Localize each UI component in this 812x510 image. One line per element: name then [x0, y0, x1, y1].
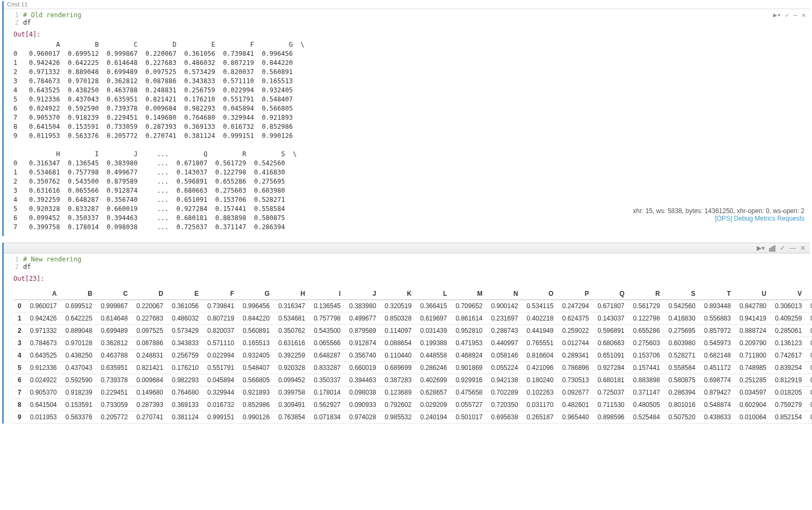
code-editor[interactable]: ▶▾ ✓ — ✕ 1# Old rendering2df [4, 9, 810, 28]
code-line[interactable]: df [23, 263, 31, 271]
table-cell: 0.247294 [558, 300, 593, 312]
debug-link[interactable]: [OPS] [715, 215, 732, 222]
table-cell: 0.402218 [523, 312, 558, 325]
table-cell: 0.578734 [806, 349, 812, 362]
column-header: M [451, 288, 487, 300]
table-cell: 0.099452 [274, 374, 309, 387]
run-button[interactable]: ▶▾ [757, 244, 765, 252]
table-cell: 0.136123 [771, 337, 806, 349]
chart-icon[interactable] [769, 244, 775, 252]
table-cell: 0.709652 [451, 300, 487, 312]
table-row: 00.9600170.6995120.9998670.2200670.36105… [13, 300, 812, 312]
table-cell: 0.905370 [26, 387, 61, 399]
debug-link[interactable]: Metrics [755, 215, 775, 222]
table-cell: 0.143037 [593, 312, 629, 325]
table-cell: 0.029209 [416, 399, 451, 411]
table-cell: 0.659560 [806, 325, 812, 337]
table-cell: 0.362812 [97, 337, 132, 349]
table-cell: 0.952810 [451, 325, 487, 337]
notebook-cell-1: Cmd 11 ▶▾ ✓ — ✕ 1# Old rendering2df Out[… [2, 1, 810, 236]
column-header: A [26, 288, 61, 300]
column-header: D [132, 288, 168, 300]
table-cell: 0.136545 [309, 300, 345, 312]
table-cell: 0.769163 [806, 337, 812, 349]
table-cell: 0.016732 [203, 399, 238, 411]
run-button[interactable]: ▶▾ [773, 11, 781, 19]
table-cell: 0.918239 [61, 387, 97, 399]
table-cell: 0.369133 [168, 399, 203, 411]
table-cell: 0.682148 [700, 349, 735, 362]
table-cell: 0.176210 [168, 362, 203, 374]
table-cell: 0.199388 [416, 337, 451, 349]
dataframe-table: ABCDEFGHIJKLMNOPQRSTUVW 00.9600170.69951… [13, 288, 812, 424]
table-cell: 0.248831 [132, 349, 168, 362]
table-cell: 0.045575 [806, 362, 812, 374]
close-button[interactable]: ✕ [802, 11, 806, 19]
table-cell: 0.381124 [168, 411, 203, 424]
table-row: 30.7846730.9701280.3628120.0878860.34383… [13, 337, 812, 349]
table-row: 70.9053700.9182390.2294510.1496800.76468… [13, 387, 812, 399]
table-cell: 0.438250 [61, 349, 97, 362]
table-cell: 0.087886 [132, 337, 168, 349]
column-header: B [61, 288, 97, 300]
table-cell: 0.058146 [487, 349, 523, 362]
table-cell: 0.416830 [664, 312, 700, 325]
column-header: E [168, 288, 203, 300]
table-cell: 0.180240 [523, 374, 558, 387]
table-cell: 0.402699 [416, 374, 451, 387]
table-cell: 0.651091 [593, 349, 629, 362]
table-cell: 0.499677 [345, 312, 380, 325]
debug-link[interactable]: Debug [734, 215, 753, 222]
table-cell: 0.648287 [309, 349, 345, 362]
table-cell: 0.699512 [61, 300, 97, 312]
debug-link[interactable]: Requests [777, 215, 804, 222]
table-cell: 0.912874 [345, 337, 380, 349]
table-cell: 0.350762 [274, 325, 309, 337]
code-line[interactable]: df [23, 19, 31, 26]
table-cell: 0.889048 [61, 325, 97, 337]
table-cell: 0.265187 [523, 411, 558, 424]
table-cell: 0.699489 [97, 325, 132, 337]
table-cell: 0.730513 [558, 374, 593, 387]
table-cell: 0.275603 [629, 337, 664, 349]
table-cell: 0.971332 [26, 325, 61, 337]
code-line[interactable]: # New rendering [23, 256, 81, 263]
code-line[interactable]: # Old rendering [23, 11, 81, 19]
column-header: N [487, 288, 523, 300]
notebook-cell-2: ▶▾ ✓ — ✕ 1# New rendering2df Out[23]: AB… [2, 243, 810, 424]
table-cell: 0.695638 [487, 411, 523, 424]
table-cell: 0.736751 [806, 312, 812, 325]
table-row: 90.0119530.5633760.2057720.2707410.38112… [13, 411, 812, 424]
minimize-button[interactable]: — [789, 244, 796, 252]
table-cell: 0.229451 [97, 387, 132, 399]
table-cell: 0.596891 [593, 325, 629, 337]
table-cell: 0.548407 [238, 362, 274, 374]
table-cell: 0.759279 [771, 399, 806, 411]
svg-rect-0 [770, 249, 771, 251]
table-cell: 0.974028 [345, 411, 380, 424]
table-cell: 0.534681 [274, 312, 309, 325]
expand-button[interactable]: ✓ [785, 11, 789, 19]
table-cell: 0.739841 [203, 300, 238, 312]
minimize-button[interactable]: — [794, 11, 798, 19]
column-header: P [558, 288, 593, 300]
code-editor[interactable]: 1# New rendering2df [4, 253, 810, 273]
table-cell: 0.711530 [593, 399, 629, 411]
table-cell: 0.592590 [61, 374, 97, 387]
table-row: 20.9713320.8890480.6994890.0975250.57342… [13, 325, 812, 337]
table-row: 60.0249220.5925900.7393780.0096840.98229… [13, 374, 812, 387]
close-button[interactable]: ✕ [800, 244, 806, 252]
table-cell: 0.371147 [629, 387, 664, 399]
table-cell: 0.471953 [451, 337, 487, 349]
table-cell: 0.055727 [451, 399, 487, 411]
table-cell: 0.631616 [274, 337, 309, 349]
table-cell: 0.942138 [487, 374, 523, 387]
table-cell: 0.548874 [700, 399, 735, 411]
table-cell: 0.999867 [97, 300, 132, 312]
table-cell: 0.680663 [593, 337, 629, 349]
expand-button[interactable]: ✓ [780, 244, 785, 252]
table-row: 10.9424260.6422250.6146480.2276830.48603… [13, 312, 812, 325]
old-dataframe-text-output: A B C D E F G \ 0 0.960017 0.699512 0.99… [4, 40, 810, 236]
table-cell: 0.912336 [26, 362, 61, 374]
table-cell: 0.857972 [700, 325, 735, 337]
